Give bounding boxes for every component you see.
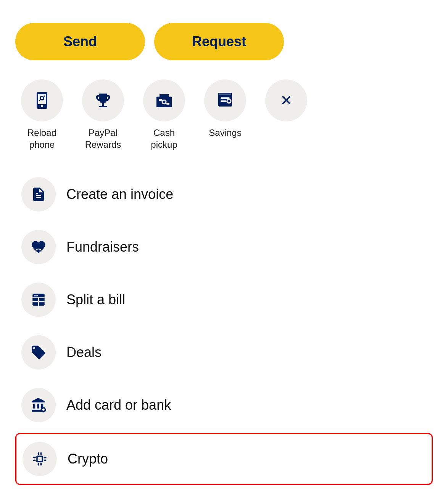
savings-label: Savings — [209, 127, 241, 139]
paypal-rewards-icon-circle — [82, 79, 124, 121]
crypto-icon-circle — [23, 442, 57, 476]
savings-icon-circle — [204, 79, 246, 121]
quick-action-cash-pickup[interactable]: Cashpickup — [137, 79, 191, 150]
invoice-icon — [31, 186, 47, 202]
list-item-create-invoice[interactable]: Create an invoice — [15, 170, 433, 219]
trophy-icon — [94, 91, 112, 110]
cash-pickup-icon — [155, 91, 173, 110]
paypal-rewards-label: PayPalRewards — [85, 127, 121, 150]
create-invoice-icon-circle — [21, 177, 56, 212]
deals-label: Deals — [66, 344, 102, 360]
quick-action-reload-phone[interactable]: Reloadphone — [15, 79, 69, 150]
list-item-crypto[interactable]: Crypto — [15, 433, 433, 485]
svg-rect-4 — [159, 99, 162, 101]
cash-pickup-label: Cashpickup — [151, 127, 177, 150]
svg-rect-17 — [34, 295, 38, 297]
svg-rect-12 — [219, 94, 231, 95]
phone-reload-icon — [33, 91, 51, 110]
fundraisers-icon-circle — [21, 230, 56, 264]
deals-icon-circle — [21, 335, 56, 370]
fundraiser-icon — [31, 239, 47, 255]
add-card-icon — [31, 397, 47, 413]
close-icon: ✕ — [280, 92, 292, 109]
split-bill-icon-circle — [21, 283, 56, 317]
list-item-add-card-bank[interactable]: Add card or bank — [15, 380, 433, 430]
svg-rect-3 — [156, 97, 172, 107]
svg-rect-9 — [221, 100, 227, 102]
quick-actions-row: Reloadphone PayPalRewards Cashpickup — [15, 79, 433, 150]
quick-action-close[interactable]: ✕ — [259, 79, 313, 127]
create-invoice-label: Create an invoice — [66, 186, 173, 202]
quick-action-savings[interactable]: Savings — [198, 79, 252, 139]
svg-rect-23 — [33, 457, 36, 459]
add-card-bank-label: Add card or bank — [66, 397, 171, 413]
top-buttons-container: Send Request — [15, 23, 433, 60]
savings-icon — [216, 91, 234, 110]
reload-phone-icon-circle — [21, 79, 63, 121]
svg-rect-19 — [38, 452, 39, 455]
crypto-label: Crypto — [68, 451, 108, 467]
list-item-fundraisers[interactable]: Fundraisers — [15, 222, 433, 272]
list-items-container: Create an invoice Fundraisers Split a bi… — [15, 170, 433, 485]
svg-rect-26 — [44, 460, 47, 461]
crypto-icon — [32, 451, 48, 467]
split-bill-label: Split a bill — [66, 292, 125, 308]
svg-rect-21 — [38, 463, 39, 466]
close-icon-circle: ✕ — [265, 79, 307, 121]
fundraisers-label: Fundraisers — [66, 239, 139, 255]
quick-action-paypal-rewards[interactable]: PayPalRewards — [76, 79, 130, 150]
svg-rect-25 — [33, 460, 36, 461]
svg-rect-20 — [40, 452, 42, 455]
svg-rect-22 — [40, 463, 42, 466]
deals-icon — [31, 344, 47, 360]
svg-rect-5 — [166, 103, 169, 105]
svg-point-10 — [227, 99, 231, 103]
send-button[interactable]: Send — [15, 23, 145, 60]
reload-phone-label: Reloadphone — [27, 127, 56, 150]
add-card-bank-icon-circle — [21, 388, 56, 422]
list-item-deals[interactable]: Deals — [15, 328, 433, 377]
split-bill-icon — [31, 292, 47, 308]
request-button[interactable]: Request — [154, 23, 284, 60]
cash-pickup-icon-circle — [143, 79, 185, 121]
list-item-split-bill[interactable]: Split a bill — [15, 275, 433, 325]
svg-rect-24 — [44, 457, 47, 459]
svg-rect-28 — [38, 457, 42, 461]
svg-rect-8 — [221, 97, 230, 99]
